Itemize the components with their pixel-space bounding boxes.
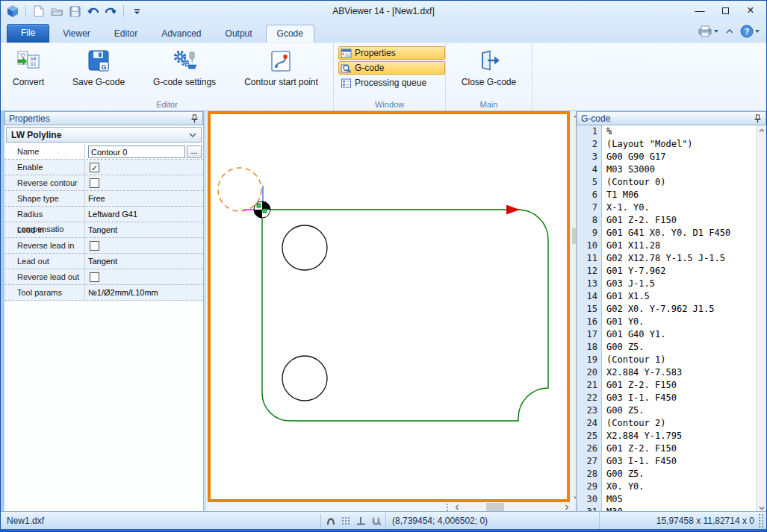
gcode-line[interactable]: 2(Layout "Model") [577, 138, 766, 151]
gcode-line[interactable]: 25X2.884 Y-1.795 [577, 430, 766, 442]
gcode-line[interactable]: 5(Contour 0) [577, 176, 766, 189]
gcode-line-text: X-1. Y0. [602, 201, 650, 214]
gcode-line[interactable]: 28G00 Z5. [577, 468, 766, 481]
property-value[interactable]: №1/Ø2mm/L10mm [85, 285, 203, 300]
collapse-ribbon-button[interactable] [725, 28, 734, 34]
gcode-line-text: G03 I-1. F450 [602, 455, 677, 468]
gcode-line[interactable]: 12G01 Y-7.962 [577, 265, 766, 278]
save-gcode-button[interactable]: G Save G-code [68, 46, 129, 90]
gcode-line[interactable]: 23G00 Z5. [577, 404, 766, 417]
tab-advanced[interactable]: Advanced [151, 25, 211, 43]
save-icon[interactable] [67, 4, 82, 19]
property-row[interactable]: Enable✓ [4, 160, 203, 175]
gcode-line[interactable]: 11G02 X12.78 Y-1.5 J-1.5 [577, 252, 766, 265]
gcode-line[interactable]: 27G03 I-1. F450 [577, 455, 766, 468]
pin-icon[interactable] [190, 114, 199, 123]
undo-icon[interactable] [85, 4, 100, 19]
redo-icon[interactable] [103, 4, 118, 19]
gcode-line[interactable]: 20X2.884 Y-7.583 [577, 366, 766, 379]
gcode-line-number: 27 [577, 455, 602, 468]
new-file-icon[interactable] [31, 4, 46, 19]
property-row[interactable]: Reverse lead in [4, 238, 203, 254]
browse-button[interactable]: ... [187, 145, 202, 158]
app-icon[interactable] [5, 4, 20, 19]
tab-gcode[interactable]: Gcode [266, 25, 314, 43]
gcode-line[interactable]: 26G01 Z-2. F150 [577, 442, 766, 455]
properties-window-icon [341, 48, 352, 58]
property-row[interactable]: Tool params№1/Ø2mm/L10mm [4, 285, 203, 301]
gcode-line[interactable]: 15G02 X0. Y-7.962 J1.5 [577, 303, 766, 316]
gcode-settings-button[interactable]: G-code settings [149, 46, 220, 90]
tab-editor[interactable]: Editor [104, 25, 148, 43]
gcode-line[interactable]: 4M03 S3000 [577, 163, 766, 176]
convert-button[interactable]: G0 G1 Convert [8, 46, 49, 90]
gcode-scrollbar[interactable] [756, 125, 766, 513]
property-row[interactable]: Shape typeFree [4, 191, 203, 207]
gcode-line-text: (Layout "Model") [602, 138, 693, 151]
gcode-line[interactable]: 17G01 G40 Y1. [577, 328, 766, 341]
gcode-line[interactable]: 18G00 Z5. [577, 341, 766, 354]
customize-qat-icon[interactable] [129, 4, 144, 19]
help-button[interactable]: ? [740, 25, 760, 38]
gcode-line[interactable]: 9G01 G41 X0. Y0. D1 F450 [577, 227, 766, 240]
snap-icon[interactable] [369, 514, 382, 528]
gcode-line[interactable]: 6T1 M06 [577, 189, 766, 201]
property-value[interactable]: Free [85, 191, 203, 206]
gcode-line-text: M03 S3000 [602, 163, 655, 176]
gcode-line[interactable]: 1% [577, 125, 766, 138]
maximize-button[interactable] [712, 2, 738, 19]
gcode-line[interactable]: 30M05 [577, 493, 766, 506]
minimize-button[interactable]: — [687, 2, 712, 19]
property-row[interactable]: Radius compensatioLeftward G41 [4, 207, 203, 222]
property-row[interactable]: Reverse contour [4, 175, 203, 191]
checkbox[interactable] [90, 241, 99, 251]
curve-icon[interactable] [324, 514, 338, 528]
gcode-line[interactable]: 29X0. Y0. [577, 481, 766, 493]
property-row[interactable]: NameContour 0... [4, 144, 203, 160]
properties-table: NameContour 0...Enable✓Reverse contourSh… [4, 144, 203, 301]
property-value[interactable]: Tangent [85, 254, 203, 269]
name-input[interactable]: Contour 0 [88, 145, 185, 158]
resize-grip[interactable] [757, 514, 765, 528]
tab-output[interactable]: Output [215, 25, 263, 43]
property-value [85, 269, 203, 284]
checkbox[interactable]: ✓ [90, 163, 99, 172]
gcode-line[interactable]: 19(Contour 1) [577, 354, 766, 366]
pin-icon[interactable] [754, 114, 762, 123]
gcode-line[interactable]: 10G01 X11.28 [577, 240, 766, 252]
tab-viewer[interactable]: Viewer [52, 25, 100, 43]
start-point-marker[interactable] [254, 201, 270, 218]
perpendicular-icon[interactable] [354, 514, 367, 528]
gcode-line[interactable]: 16G01 Y0. [577, 316, 766, 328]
grid-icon[interactable] [339, 514, 353, 528]
gcode-line[interactable]: 7X-1. Y0. [577, 201, 766, 214]
close-button[interactable]: × [738, 2, 763, 19]
properties-panel-title: Properties [9, 113, 50, 124]
drawing-canvas[interactable] [208, 111, 570, 502]
contour-start-point-button[interactable]: Contour start point [240, 46, 323, 90]
gcode-line[interactable]: 24(Contour 2) [577, 417, 766, 430]
gcode-line[interactable]: 8G01 Z-2. F150 [577, 214, 766, 227]
gcode-line[interactable]: 22G03 I-1. F450 [577, 392, 766, 404]
checkbox[interactable] [90, 272, 99, 282]
gcode-toggle-button[interactable]: G-code [338, 61, 445, 75]
properties-toggle-button[interactable]: Properties [338, 46, 445, 60]
property-row[interactable]: Reverse lead out [4, 269, 203, 285]
checkbox[interactable] [90, 178, 99, 188]
property-value[interactable]: Leftward G41 [85, 207, 203, 222]
entity-type-dropdown[interactable]: LW Polyline [6, 127, 202, 143]
property-value[interactable]: Tangent [85, 222, 203, 237]
gcode-line[interactable]: 21G01 Z-2. F150 [577, 379, 766, 392]
property-row[interactable]: Lead outTangent [4, 254, 203, 269]
print-preview-button[interactable] [698, 25, 719, 37]
gcode-line[interactable]: 14G01 X1.5 [577, 290, 766, 303]
open-file-icon[interactable] [49, 4, 64, 19]
gcode-line[interactable]: 3G00 G90 G17 [577, 151, 766, 163]
scroll-up-arrow[interactable] [757, 125, 767, 135]
tab-file[interactable]: File [7, 24, 49, 43]
ribbon-group-main: Close G-code Main [446, 43, 532, 110]
gcode-line[interactable]: 13G03 J-1.5 [577, 278, 766, 290]
properties-panel-header: Properties [4, 111, 203, 125]
processing-queue-button[interactable]: Processing queue [338, 76, 445, 90]
property-row[interactable]: Lead inTangent [4, 222, 203, 238]
